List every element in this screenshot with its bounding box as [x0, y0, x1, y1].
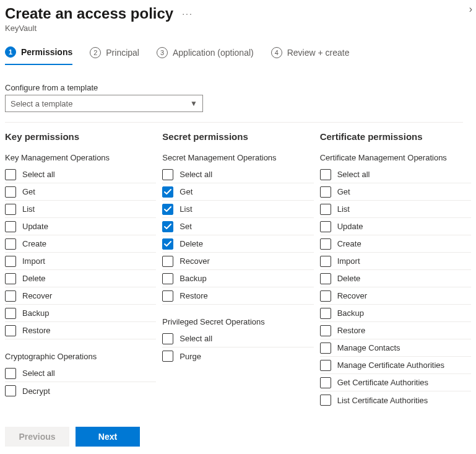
- checkbox[interactable]: [162, 204, 173, 215]
- checkbox[interactable]: [320, 343, 331, 354]
- permission-row[interactable]: Manage Contacts: [320, 339, 471, 357]
- checkbox[interactable]: [5, 169, 16, 180]
- checkbox[interactable]: [5, 368, 16, 379]
- checkbox[interactable]: [5, 238, 16, 250]
- checkbox[interactable]: [320, 186, 331, 198]
- permission-row[interactable]: Restore: [320, 322, 471, 339]
- permission-row[interactable]: Get: [320, 183, 471, 201]
- permission-label: Backup: [337, 308, 364, 318]
- checkbox[interactable]: [320, 273, 331, 284]
- checkbox[interactable]: [5, 204, 16, 215]
- permission-row[interactable]: Update: [320, 218, 471, 235]
- permission-label: Restore: [180, 291, 208, 300]
- checkbox[interactable]: [320, 290, 331, 302]
- permission-row[interactable]: Get: [5, 183, 156, 201]
- permission-row[interactable]: Import: [320, 253, 471, 270]
- permission-label: Get Certificate Authorities: [337, 378, 428, 387]
- permission-row[interactable]: Update: [5, 218, 156, 235]
- permission-row[interactable]: Manage Certificate Authorities: [320, 357, 471, 374]
- checkbox[interactable]: [162, 186, 173, 198]
- certificate-permissions-column: Certificate permissions Certificate Mana…: [320, 131, 471, 409]
- checkbox[interactable]: [320, 395, 331, 406]
- more-icon[interactable]: ···: [182, 9, 193, 19]
- column-title: Secret permissions: [162, 131, 313, 142]
- permission-row[interactable]: Select all: [162, 330, 313, 347]
- step-application[interactable]: 3 Application (optional): [157, 46, 254, 65]
- permission-row[interactable]: Import: [5, 253, 156, 270]
- permission-row[interactable]: List: [162, 201, 313, 218]
- permission-row[interactable]: Backup: [162, 270, 313, 287]
- checkbox[interactable]: [320, 221, 331, 232]
- permission-label: Get: [22, 187, 35, 196]
- previous-button[interactable]: Previous: [5, 427, 69, 447]
- checkbox[interactable]: [162, 169, 173, 180]
- checkbox[interactable]: [320, 325, 331, 336]
- checkbox[interactable]: [5, 290, 16, 302]
- checkbox[interactable]: [320, 204, 331, 215]
- permission-row[interactable]: Select all: [5, 365, 156, 382]
- permission-row[interactable]: Create: [320, 235, 471, 253]
- permission-label: Set: [180, 222, 192, 231]
- template-placeholder: Select a template: [11, 99, 72, 108]
- checkbox[interactable]: [162, 351, 173, 362]
- wizard-steps: 1 Permissions 2 Principal 3 Application …: [0, 33, 476, 66]
- permission-row[interactable]: Delete: [5, 270, 156, 287]
- permission-row[interactable]: Select all: [5, 166, 156, 183]
- checkbox[interactable]: [162, 290, 173, 302]
- permission-row[interactable]: Recover: [320, 287, 471, 305]
- checkbox[interactable]: [320, 238, 331, 250]
- checkbox[interactable]: [162, 273, 173, 284]
- permission-row[interactable]: Delete: [162, 235, 313, 253]
- permission-row[interactable]: Delete: [320, 270, 471, 287]
- checkbox[interactable]: [162, 256, 173, 267]
- permission-row[interactable]: List Certificate Authorities: [320, 391, 471, 409]
- permission-row[interactable]: Create: [5, 235, 156, 253]
- permission-row[interactable]: Restore: [5, 322, 156, 339]
- permission-label: Recover: [180, 256, 209, 266]
- checkbox[interactable]: [320, 308, 331, 319]
- permission-row[interactable]: Recover: [5, 287, 156, 305]
- permission-row[interactable]: Backup: [5, 305, 156, 322]
- template-label: Configure from a template: [5, 83, 471, 92]
- step-principal[interactable]: 2 Principal: [90, 46, 139, 65]
- permission-row[interactable]: Get Certificate Authorities: [320, 374, 471, 391]
- permission-label: Select all: [22, 369, 55, 378]
- permission-row[interactable]: Select all: [162, 166, 313, 183]
- permission-row[interactable]: Get: [162, 183, 313, 201]
- permission-label: Delete: [22, 274, 46, 283]
- checkbox[interactable]: [5, 385, 16, 396]
- permission-row[interactable]: Restore: [162, 287, 313, 305]
- checkbox[interactable]: [320, 256, 331, 267]
- checkbox[interactable]: [5, 221, 16, 232]
- checkbox[interactable]: [5, 308, 16, 319]
- step-number: 2: [90, 47, 101, 58]
- checkbox[interactable]: [5, 273, 16, 284]
- permission-row[interactable]: Decrypt: [5, 382, 156, 399]
- next-button[interactable]: Next: [76, 427, 140, 447]
- template-select[interactable]: Select a template ▼: [5, 95, 203, 112]
- checkbox[interactable]: [5, 186, 16, 198]
- permission-row[interactable]: Recover: [162, 253, 313, 270]
- checkbox[interactable]: [162, 221, 173, 232]
- checkbox[interactable]: [320, 360, 331, 371]
- permission-row[interactable]: Purge: [162, 347, 313, 365]
- step-label: Review + create: [287, 48, 350, 58]
- permission-label: Update: [337, 222, 363, 231]
- checkbox[interactable]: [5, 256, 16, 267]
- step-permissions[interactable]: 1 Permissions: [5, 46, 72, 65]
- permission-row[interactable]: List: [320, 201, 471, 218]
- permission-label: Import: [337, 256, 360, 266]
- permission-row[interactable]: Backup: [320, 305, 471, 322]
- close-icon[interactable]: ›: [469, 4, 472, 15]
- permission-row[interactable]: List: [5, 201, 156, 218]
- permission-label: Purge: [180, 352, 201, 361]
- permission-label: Select all: [337, 170, 370, 179]
- step-review[interactable]: 4 Review + create: [271, 46, 350, 65]
- permission-row[interactable]: Set: [162, 218, 313, 235]
- checkbox[interactable]: [162, 238, 173, 250]
- checkbox[interactable]: [162, 333, 173, 344]
- checkbox[interactable]: [320, 377, 331, 388]
- checkbox[interactable]: [5, 325, 16, 336]
- checkbox[interactable]: [320, 169, 331, 180]
- permission-row[interactable]: Select all: [320, 166, 471, 183]
